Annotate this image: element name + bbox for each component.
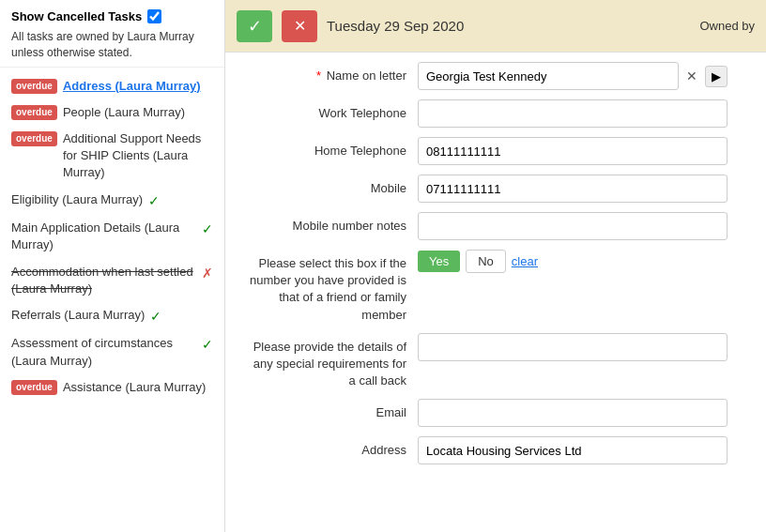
sidebar-item-referrals[interactable]: Referrals (Laura Murray) ✓	[0, 302, 224, 331]
sidebar-item-label-people: People (Laura Murray)	[63, 104, 185, 121]
form-row-home-telephone: Home Telephone	[244, 137, 747, 165]
check-icon-assessment: ✓	[202, 336, 213, 355]
check-icon-eligibility: ✓	[148, 192, 160, 211]
sidebar-item-assessment[interactable]: Assessment of circumstances (Laura Murra…	[0, 330, 224, 373]
badge-overdue-assistance: overdue	[11, 380, 57, 395]
name-on-letter-label: * Name on letter	[244, 62, 418, 84]
check-icon-referrals: ✓	[150, 308, 161, 327]
yes-no-row: Yes No clear	[418, 250, 728, 273]
badge-overdue-address: overdue	[11, 79, 57, 94]
sidebar-header: Show Cancelled Tasks All tasks are owned…	[0, 0, 224, 68]
name-on-letter-input-wrapper: ✕ ▶	[418, 62, 728, 90]
show-cancelled-container: Show Cancelled Tasks	[11, 9, 213, 23]
sidebar-item-label-eligibility: Eligibility (Laura Murray)	[11, 191, 143, 208]
form-row-mobile: Mobile	[244, 175, 747, 203]
sidebar-item-label-accommodation: Accommodation when last settled (Laura M…	[11, 264, 196, 297]
sidebar-item-address[interactable]: overdue Address (Laura Murray)	[0, 73, 224, 99]
email-input[interactable]	[418, 399, 728, 427]
mobile-notes-label: Mobile number notes	[244, 212, 418, 235]
sidebar: Show Cancelled Tasks All tasks are owned…	[0, 0, 225, 532]
name-on-letter-input[interactable]	[418, 62, 679, 90]
sidebar-item-people[interactable]: overdue People (Laura Murray)	[0, 99, 224, 126]
mobile-label: Mobile	[244, 175, 418, 197]
required-star: *	[316, 68, 321, 83]
home-telephone-input-wrapper	[418, 137, 728, 165]
form-row-mobile-notes: Mobile number notes	[244, 212, 747, 240]
sidebar-item-label-assessment: Assessment of circumstances (Laura Murra…	[11, 335, 196, 369]
form-row-email: Email	[244, 399, 747, 427]
tick-icon: ✓	[248, 16, 262, 37]
show-cancelled-checkbox[interactable]	[147, 9, 161, 23]
home-telephone-input[interactable]	[418, 137, 728, 165]
sidebar-items-list: overdue Address (Laura Murray) overdue P…	[0, 68, 224, 406]
cross-icon-accommodation: ✗	[202, 265, 213, 283]
name-input-container: ✕ ▶	[418, 62, 728, 90]
work-telephone-label: Work Telephone	[244, 99, 418, 122]
confirm-button[interactable]: ✓	[237, 10, 272, 42]
address-input[interactable]	[418, 436, 728, 464]
mobile-notes-input-wrapper	[418, 212, 728, 240]
main-content: ✓ ✕ Tuesday 29 Sep 2020 Owned by * Name …	[225, 0, 766, 532]
mobile-notes-input[interactable]	[418, 212, 728, 240]
form-row-work-telephone: Work Telephone	[244, 99, 747, 128]
name-clear-button[interactable]: ✕	[682, 67, 701, 85]
address-label: Address	[244, 436, 418, 459]
sidebar-item-assistance[interactable]: overdue Assistance (Laura Murray)	[0, 374, 224, 401]
sidebar-item-label-address[interactable]: Address (Laura Murray)	[63, 78, 201, 95]
name-arrow-button[interactable]: ▶	[705, 66, 728, 87]
home-telephone-label: Home Telephone	[244, 137, 418, 160]
badge-overdue-additional: overdue	[11, 131, 57, 146]
email-input-wrapper	[418, 399, 728, 427]
form-row-name: * Name on letter ✕ ▶	[244, 62, 747, 90]
no-button[interactable]: No	[466, 250, 506, 273]
email-label: Email	[244, 399, 418, 421]
topbar-date: Tuesday 29 Sep 2020	[327, 18, 464, 34]
sidebar-item-additional-support[interactable]: overdue Additional Support Needs for SHI…	[0, 126, 224, 187]
show-cancelled-label: Show Cancelled Tasks	[11, 9, 142, 23]
form-row-special-req: Please provide the details of any specia…	[244, 333, 747, 390]
cancel-button[interactable]: ✕	[282, 10, 317, 42]
x-icon: ✕	[294, 17, 306, 35]
topbar: ✓ ✕ Tuesday 29 Sep 2020 Owned by	[225, 0, 766, 53]
form-row-address: Address	[244, 436, 747, 464]
sidebar-item-label-additional: Additional Support Needs for SHIP Client…	[63, 130, 213, 182]
sidebar-item-eligibility[interactable]: Eligibility (Laura Murray) ✓	[0, 187, 224, 216]
special-req-input[interactable]	[418, 333, 728, 361]
yes-button[interactable]: Yes	[418, 251, 460, 272]
special-req-label: Please provide the details of any specia…	[244, 333, 418, 390]
sidebar-item-main-application[interactable]: Main Application Details (Laura Murray) …	[0, 215, 224, 258]
sidebar-item-label-assistance: Assistance (Laura Murray)	[63, 379, 206, 396]
work-telephone-input[interactable]	[418, 99, 728, 128]
address-input-wrapper	[418, 436, 728, 464]
friend-family-input-wrapper: Yes No clear	[418, 250, 728, 273]
form-area: * Name on letter ✕ ▶ Work Telephone Home…	[225, 53, 766, 532]
sidebar-item-accommodation[interactable]: Accommodation when last settled (Laura M…	[0, 259, 224, 302]
sidebar-item-label-referrals: Referrals (Laura Murray)	[11, 307, 145, 324]
work-telephone-input-wrapper	[418, 99, 728, 128]
form-row-friend-family: Please select this box if the number you…	[244, 250, 747, 324]
check-icon-main-application: ✓	[202, 220, 213, 239]
special-req-input-wrapper	[418, 333, 728, 361]
all-tasks-note: All tasks are owned by Laura Murray unle…	[11, 29, 213, 61]
mobile-input-wrapper	[418, 175, 728, 203]
badge-overdue-people: overdue	[11, 105, 57, 120]
sidebar-item-label-main-application: Main Application Details (Laura Murray)	[11, 220, 196, 253]
friend-family-label: Please select this box if the number you…	[244, 250, 418, 324]
mobile-input[interactable]	[418, 175, 728, 203]
topbar-owned: Owned by	[699, 19, 755, 33]
clear-yesno-button[interactable]: clear	[512, 254, 538, 268]
